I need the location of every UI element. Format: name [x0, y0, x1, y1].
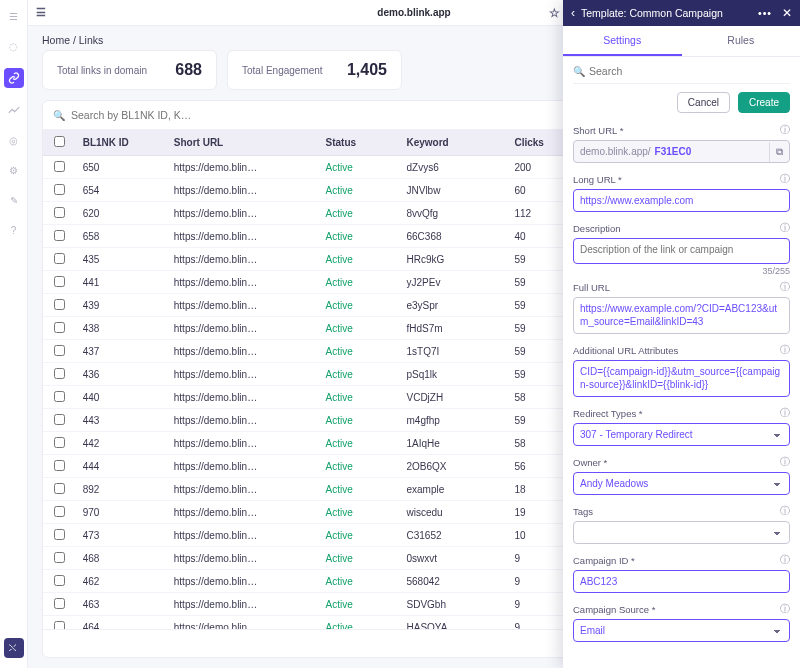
row-checkbox[interactable]: [54, 184, 65, 195]
info-icon[interactable]: ⓘ: [780, 553, 790, 567]
gear-icon[interactable]: ⚙: [6, 162, 22, 178]
status-badge: Active: [326, 507, 353, 518]
row-checkbox[interactable]: [54, 391, 65, 402]
row-checkbox[interactable]: [54, 460, 65, 471]
stat-total-links: Total links in domain 688: [42, 50, 217, 90]
sidebar-toggle-icon[interactable]: ☰: [36, 6, 46, 19]
status-badge: Active: [326, 576, 353, 587]
status-badge: Active: [326, 599, 353, 610]
row-checkbox[interactable]: [54, 253, 65, 264]
full-url-display: https://www.example.com/?CID=ABC123&utm_…: [573, 297, 790, 334]
col-select[interactable]: [43, 130, 77, 156]
status-badge: Active: [326, 208, 353, 219]
row-checkbox[interactable]: [54, 437, 65, 448]
tab-settings[interactable]: Settings: [563, 26, 682, 56]
status-badge: Active: [326, 162, 353, 173]
status-badge: Active: [326, 277, 353, 288]
info-icon[interactable]: ⓘ: [780, 406, 790, 420]
search-icon: 🔍: [573, 66, 585, 77]
row-checkbox[interactable]: [54, 368, 65, 379]
status-badge: Active: [326, 438, 353, 449]
row-checkbox[interactable]: [54, 207, 65, 218]
row-checkbox[interactable]: [54, 414, 65, 425]
cancel-button[interactable]: Cancel: [677, 92, 730, 113]
row-checkbox[interactable]: [54, 322, 65, 333]
info-icon[interactable]: ⓘ: [780, 602, 790, 616]
description-input[interactable]: [573, 238, 790, 264]
row-checkbox[interactable]: [54, 575, 65, 586]
info-icon[interactable]: ⓘ: [780, 280, 790, 294]
status-badge: Active: [326, 461, 353, 472]
status-badge: Active: [326, 484, 353, 495]
close-icon[interactable]: ✕: [782, 6, 792, 20]
status-badge: Active: [326, 415, 353, 426]
help-icon[interactable]: ?: [6, 222, 22, 238]
analytics-icon[interactable]: [6, 102, 22, 118]
redirect-type-select[interactable]: 307 - Temporary Redirect: [573, 423, 790, 446]
page-title: demo.blink.app: [377, 7, 450, 18]
row-checkbox[interactable]: [54, 345, 65, 356]
links-icon[interactable]: [4, 68, 24, 88]
edit-icon[interactable]: ✎: [6, 192, 22, 208]
breadcrumb-links[interactable]: Links: [79, 34, 104, 46]
row-checkbox[interactable]: [54, 552, 65, 563]
info-icon[interactable]: ⓘ: [780, 343, 790, 357]
menu-icon[interactable]: ☰: [6, 8, 22, 24]
status-badge: Active: [326, 392, 353, 403]
panel-search-input[interactable]: [589, 65, 790, 77]
copy-icon[interactable]: ⧉: [769, 142, 789, 162]
row-checkbox[interactable]: [54, 299, 65, 310]
tags-select[interactable]: [573, 521, 790, 544]
status-badge: Active: [326, 346, 353, 357]
campaign-id-input[interactable]: [573, 570, 790, 593]
more-icon[interactable]: •••: [758, 7, 772, 19]
info-icon[interactable]: ⓘ: [780, 221, 790, 235]
search-icon: 🔍: [53, 110, 65, 121]
row-checkbox[interactable]: [54, 483, 65, 494]
info-icon[interactable]: ⓘ: [780, 123, 790, 137]
info-icon[interactable]: ⓘ: [780, 455, 790, 469]
status-badge: Active: [326, 622, 353, 630]
campaign-source-select[interactable]: Email: [573, 619, 790, 642]
row-checkbox[interactable]: [54, 161, 65, 172]
long-url-input[interactable]: [573, 189, 790, 212]
short-url-field: demo.blink.app/ F31EC0 ⧉: [573, 140, 790, 163]
row-checkbox[interactable]: [54, 529, 65, 540]
char-count: 35/255: [762, 266, 790, 276]
status-badge: Active: [326, 323, 353, 334]
col-bl1nk-id[interactable]: BL1NK ID: [77, 130, 168, 156]
tab-rules[interactable]: Rules: [682, 26, 801, 56]
status-badge: Active: [326, 185, 353, 196]
accessibility-icon[interactable]: ⛌: [4, 638, 24, 658]
panel-header: ‹ Template: Common Campaign ••• ✕: [563, 0, 800, 26]
status-badge: Active: [326, 553, 353, 564]
row-checkbox[interactable]: [54, 230, 65, 241]
status-badge: Active: [326, 300, 353, 311]
create-button[interactable]: Create: [738, 92, 790, 113]
panel-title: Template: Common Campaign: [581, 7, 723, 19]
star-icon[interactable]: ☆: [549, 6, 560, 20]
info-icon[interactable]: ⓘ: [780, 172, 790, 186]
status-badge: Active: [326, 369, 353, 380]
row-checkbox[interactable]: [54, 276, 65, 287]
stat-total-engagement: Total Engagement 1,405: [227, 50, 402, 90]
breadcrumb-home[interactable]: Home: [42, 34, 70, 46]
row-checkbox[interactable]: [54, 598, 65, 609]
url-attributes-input[interactable]: CID={{campaign-id}}&utm_source={{campaig…: [573, 360, 790, 397]
target-icon[interactable]: ◎: [6, 132, 22, 148]
select-all-checkbox[interactable]: [54, 136, 65, 147]
settings-panel: ‹ Template: Common Campaign ••• ✕ Settin…: [563, 0, 800, 668]
col-short-url[interactable]: Short URL: [168, 130, 320, 156]
back-icon[interactable]: ‹: [571, 6, 575, 20]
row-checkbox[interactable]: [54, 506, 65, 517]
col-status[interactable]: Status: [320, 130, 401, 156]
col-keyword[interactable]: Keyword: [400, 130, 508, 156]
info-icon[interactable]: ⓘ: [780, 504, 790, 518]
dashboard-icon[interactable]: ◌: [6, 38, 22, 54]
status-badge: Active: [326, 254, 353, 265]
status-badge: Active: [326, 231, 353, 242]
status-badge: Active: [326, 530, 353, 541]
row-checkbox[interactable]: [54, 621, 65, 630]
nav-rail: ☰ ◌ ◎ ⚙ ✎ ? ⛌: [0, 0, 28, 668]
owner-select[interactable]: Andy Meadows: [573, 472, 790, 495]
